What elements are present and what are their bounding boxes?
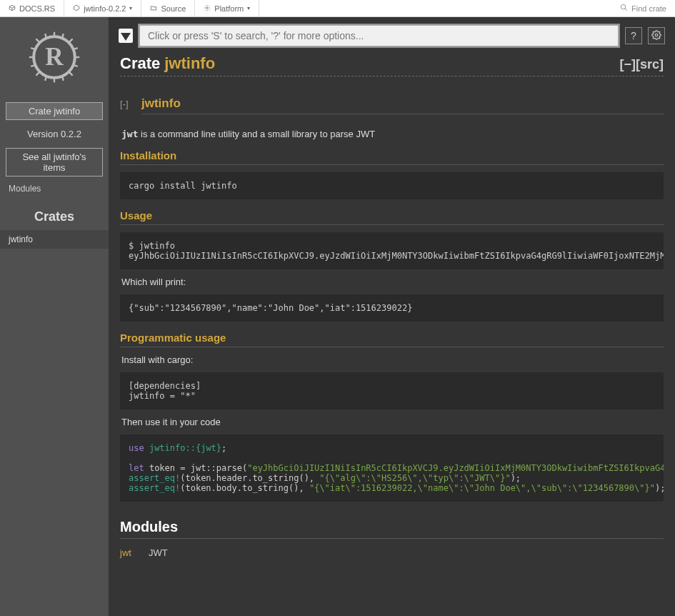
sidebar-all-items-label: See all jwtinfo's items: [22, 151, 86, 173]
docs-cube-icon: [9, 4, 16, 13]
svg-line-14: [45, 76, 46, 81]
search-icon: [620, 4, 628, 13]
intro-rest: is a command line utility and a small li…: [138, 129, 375, 139]
src-link[interactable]: [src]: [636, 57, 664, 71]
install-code-block[interactable]: cargo install jwtinfo: [120, 172, 664, 199]
svg-point-21: [655, 34, 658, 36]
svg-line-12: [45, 34, 46, 38]
platform-label: Platform: [214, 4, 244, 13]
programmatic-heading: Programmatic usage: [120, 332, 664, 347]
source-link[interactable]: Source: [141, 0, 195, 16]
then-label: Then use it in your code: [120, 417, 664, 427]
sidebar-modules-label[interactable]: Modules: [0, 179, 49, 198]
usage-code-block[interactable]: $ jwtinfo eyJhbGciOiJIUzI1NiIsInR5cCI6Ik…: [120, 232, 664, 269]
svg-line-18: [74, 48, 78, 49]
rust-logo-icon[interactable]: R: [26, 29, 83, 88]
help-label: ?: [631, 30, 636, 41]
svg-text:R: R: [45, 43, 64, 71]
docs-home-link[interactable]: DOCS.RS: [0, 0, 64, 16]
rust-code-block[interactable]: use jwtinfo::{jwt}; let token = jwt::par…: [120, 434, 664, 502]
sidebar-all-items[interactable]: See all jwtinfo's items: [6, 148, 103, 177]
crate-version-label: jwtinfo-0.2.2: [84, 4, 126, 13]
svg-line-8: [36, 39, 39, 42]
sidebar-crate-box[interactable]: Crate jwtinfo: [6, 102, 103, 120]
collapse-all-toggle[interactable]: [−]: [619, 57, 636, 71]
svg-line-10: [36, 72, 39, 76]
sidebar: R Crate jwtinfo Version 0.2.2 See all jw…: [0, 17, 109, 616]
svg-point-1: [621, 4, 625, 9]
section-collapse-toggle[interactable]: [-]: [120, 99, 136, 109]
install-cargo-label: Install with cargo:: [120, 354, 664, 365]
help-button[interactable]: ?: [625, 27, 642, 44]
module-link-jwt[interactable]: jwt: [120, 547, 131, 558]
find-crate-search[interactable]: Find crate: [611, 4, 675, 13]
page-title: Crate jwtinfo [−][src]: [120, 54, 664, 76]
platform-dropdown[interactable]: Platform ▾: [195, 0, 259, 16]
sidebar-version: Version 0.2.2: [27, 129, 81, 139]
deps-code-block[interactable]: [dependencies] jwtinfo = "*": [120, 372, 664, 409]
print-label: Which will print:: [120, 277, 664, 287]
search-input[interactable]: [139, 24, 619, 47]
svg-point-0: [206, 6, 209, 9]
crate-cube-icon: [73, 4, 80, 13]
crate-version-dropdown[interactable]: jwtinfo-0.2.2 ▾: [64, 0, 141, 16]
folder-icon: [150, 4, 157, 13]
sidebar-crate-link[interactable]: jwtinfo: [0, 230, 109, 249]
theme-toggle-button[interactable]: [119, 29, 133, 43]
usage-heading: Usage: [120, 209, 664, 225]
chevron-down-icon: ▾: [129, 5, 132, 11]
module-row: jwt JWT: [120, 547, 664, 558]
sidebar-crates-header: Crates: [34, 209, 74, 224]
crate-name: jwtinfo: [164, 54, 215, 73]
print-output-block[interactable]: {"sub":"1234567890","name":"John Doe","i…: [120, 294, 664, 322]
modules-heading: Modules: [120, 519, 664, 539]
intro-code: jwt: [121, 129, 138, 139]
module-desc: JWT: [149, 547, 168, 558]
docs-home-label: DOCS.RS: [19, 4, 55, 13]
cog-icon: [204, 4, 211, 13]
module-heading: jwtinfo: [141, 96, 664, 114]
sidebar-crate-link-label: jwtinfo: [9, 234, 33, 244]
source-label: Source: [161, 4, 186, 13]
svg-line-13: [62, 34, 64, 38]
settings-button[interactable]: [648, 27, 665, 44]
gear-icon: [651, 30, 661, 42]
installation-heading: Installation: [120, 149, 664, 165]
svg-line-11: [69, 39, 73, 42]
svg-line-17: [31, 65, 35, 66]
svg-line-2: [625, 9, 627, 11]
svg-line-16: [31, 48, 35, 49]
topbar: DOCS.RS jwtinfo-0.2.2 ▾ Source Platform …: [0, 0, 675, 17]
main-content: ? Crate jwtinfo [−][src] [-] jwtinfo: [109, 17, 675, 616]
intro-text: jwt is a command line utility and a smal…: [120, 129, 664, 139]
sidebar-crate-label: Crate jwtinfo: [29, 106, 80, 116]
svg-line-19: [74, 65, 78, 66]
chevron-down-icon: ▾: [247, 5, 250, 11]
crate-prefix-label: Crate: [120, 54, 160, 73]
svg-line-15: [62, 76, 64, 81]
find-crate-label: Find crate: [631, 4, 666, 13]
svg-line-9: [69, 72, 73, 76]
